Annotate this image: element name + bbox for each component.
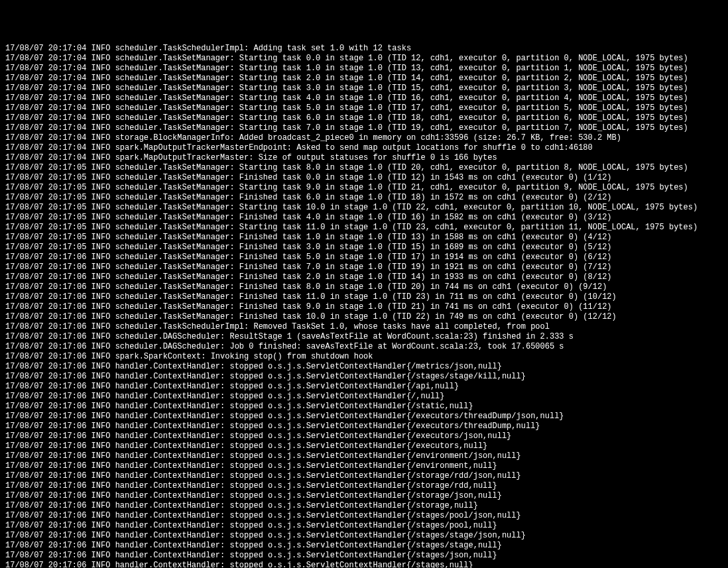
log-line: 17/08/07 20:17:06 INFO handler.ContextHa… [5, 382, 723, 392]
log-line: 17/08/07 20:17:04 INFO scheduler.TaskSet… [5, 93, 723, 103]
log-line: 17/08/07 20:17:05 INFO scheduler.TaskSet… [5, 213, 723, 223]
log-line: 17/08/07 20:17:04 INFO spark.MapOutputTr… [5, 143, 723, 153]
log-line: 17/08/07 20:17:05 INFO scheduler.TaskSet… [5, 223, 723, 233]
log-line: 17/08/07 20:17:06 INFO scheduler.TaskSet… [5, 302, 723, 312]
log-line: 17/08/07 20:17:06 INFO scheduler.TaskSet… [5, 312, 723, 322]
log-line: 17/08/07 20:17:04 INFO scheduler.TaskSet… [5, 123, 723, 133]
log-line: 17/08/07 20:17:05 INFO scheduler.TaskSet… [5, 173, 723, 183]
log-line: 17/08/07 20:17:04 INFO scheduler.TaskSet… [5, 84, 723, 93]
log-line: 17/08/07 20:17:06 INFO scheduler.TaskSch… [5, 322, 723, 332]
log-line: 17/08/07 20:17:06 INFO handler.ContextHa… [5, 402, 723, 412]
log-line: 17/08/07 20:17:06 INFO handler.ContextHa… [5, 531, 723, 541]
log-line: 17/08/07 20:17:06 INFO handler.ContextHa… [5, 392, 723, 402]
log-line: 17/08/07 20:17:06 INFO scheduler.DAGSche… [5, 332, 723, 342]
log-line: 17/08/07 20:17:05 INFO scheduler.TaskSet… [5, 183, 723, 193]
log-line: 17/08/07 20:17:06 INFO spark.SparkContex… [5, 352, 723, 362]
log-line: 17/08/07 20:17:06 INFO scheduler.DAGSche… [5, 342, 723, 352]
log-line: 17/08/07 20:17:04 INFO scheduler.TaskSet… [5, 113, 723, 123]
log-line: 17/08/07 20:17:06 INFO handler.ContextHa… [5, 372, 723, 382]
log-line: 17/08/07 20:17:06 INFO handler.ContextHa… [5, 491, 723, 501]
log-line: 17/08/07 20:17:06 INFO scheduler.TaskSet… [5, 292, 723, 302]
log-line: 17/08/07 20:17:04 INFO scheduler.TaskSet… [5, 103, 723, 113]
log-line: 17/08/07 20:17:06 INFO scheduler.TaskSet… [5, 272, 723, 282]
log-line: 17/08/07 20:17:06 INFO handler.ContextHa… [5, 431, 723, 441]
log-line: 17/08/07 20:17:06 INFO handler.ContextHa… [5, 501, 723, 511]
log-output: 17/08/07 20:17:04 INFO scheduler.TaskSch… [5, 44, 723, 568]
log-line: 17/08/07 20:17:06 INFO scheduler.TaskSet… [5, 253, 723, 262]
log-line: 17/08/07 20:17:05 INFO scheduler.TaskSet… [5, 163, 723, 173]
log-line: 17/08/07 20:17:06 INFO handler.ContextHa… [5, 422, 723, 431]
log-line: 17/08/07 20:17:05 INFO scheduler.TaskSet… [5, 243, 723, 253]
log-line: 17/08/07 20:17:05 INFO scheduler.TaskSet… [5, 193, 723, 203]
log-line: 17/08/07 20:17:04 INFO scheduler.TaskSch… [5, 44, 723, 54]
log-line: 17/08/07 20:17:06 INFO handler.ContextHa… [5, 441, 723, 451]
log-line: 17/08/07 20:17:05 INFO scheduler.TaskSet… [5, 233, 723, 243]
log-line: 17/08/07 20:17:04 INFO scheduler.TaskSet… [5, 54, 723, 64]
log-line: 17/08/07 20:17:06 INFO handler.ContextHa… [5, 561, 723, 568]
log-line: 17/08/07 20:17:04 INFO scheduler.TaskSet… [5, 74, 723, 84]
log-line: 17/08/07 20:17:05 INFO scheduler.TaskSet… [5, 203, 723, 213]
log-line: 17/08/07 20:17:04 INFO spark.MapOutputTr… [5, 153, 723, 163]
log-line: 17/08/07 20:17:06 INFO handler.ContextHa… [5, 511, 723, 521]
log-line: 17/08/07 20:17:04 INFO storage.BlockMana… [5, 133, 723, 143]
log-line: 17/08/07 20:17:06 INFO handler.ContextHa… [5, 362, 723, 372]
log-line: 17/08/07 20:17:06 INFO handler.ContextHa… [5, 481, 723, 491]
log-line: 17/08/07 20:17:06 INFO handler.ContextHa… [5, 541, 723, 551]
log-line: 17/08/07 20:17:06 INFO handler.ContextHa… [5, 412, 723, 422]
log-line: 17/08/07 20:17:06 INFO handler.ContextHa… [5, 461, 723, 471]
log-line: 17/08/07 20:17:04 INFO scheduler.TaskSet… [5, 64, 723, 74]
log-line: 17/08/07 20:17:06 INFO handler.ContextHa… [5, 521, 723, 531]
log-line: 17/08/07 20:17:06 INFO handler.ContextHa… [5, 471, 723, 481]
log-line: 17/08/07 20:17:06 INFO scheduler.TaskSet… [5, 262, 723, 272]
log-line: 17/08/07 20:17:06 INFO scheduler.TaskSet… [5, 282, 723, 292]
log-line: 17/08/07 20:17:06 INFO handler.ContextHa… [5, 451, 723, 461]
log-line: 17/08/07 20:17:06 INFO handler.ContextHa… [5, 551, 723, 561]
